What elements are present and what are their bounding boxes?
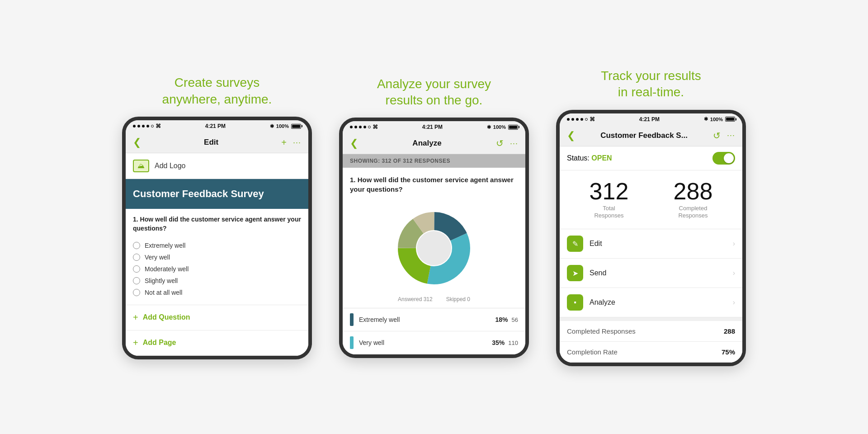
completion-rate-metric: Completion Rate 75% [560, 342, 742, 363]
analyze-action-row[interactable]: ▪ Analyze › [560, 288, 742, 317]
battery-3 [725, 117, 735, 122]
edit-status-bar: ⌘ 4:21 PM ✱ 100% [126, 120, 308, 132]
edit-battery-area: ✱ 100% [270, 123, 301, 129]
survey-title-banner: Customer Feedback Survey [126, 179, 308, 209]
battery-icon [291, 124, 301, 129]
radio-3 [133, 265, 140, 273]
add-page-label: Add Page [143, 339, 176, 347]
completed-responses-stat: 288 Completed Responses [674, 179, 713, 220]
response-pct-2: 35% [492, 339, 505, 346]
send-action-row[interactable]: ➤ Send › [560, 259, 742, 288]
wifi-icon-2: ⌘ [373, 124, 378, 130]
edit-back-button[interactable]: ❮ [133, 137, 141, 148]
ts3 [576, 118, 579, 121]
total-responses-label: Total Responses [590, 205, 629, 220]
edit-icon: ✎ [572, 240, 578, 248]
completion-rate-value: 75% [722, 348, 735, 356]
question-1-text: 1. How well did the customer service age… [133, 215, 301, 233]
chart-icon: ▪ [574, 298, 576, 307]
s5 [368, 126, 371, 128]
signal-area: ⌘ [133, 123, 161, 129]
completion-rate-label: Completion Rate [567, 348, 618, 356]
stats-row: 312 Total Responses 288 Completed Respon… [560, 170, 742, 230]
add-logo-label: Add Logo [155, 162, 186, 170]
analyze-nav-actions: ↺ ··· [496, 138, 518, 149]
option-4-label: Slightly well [145, 277, 178, 284]
edit-nav-actions: + ··· [281, 137, 301, 148]
option-1[interactable]: Extremely well [133, 240, 301, 251]
add-question-row[interactable]: + Add Question [126, 305, 308, 330]
completed-metric-label: Completed Responses [567, 327, 636, 335]
answered-text: Answered 312 [398, 296, 433, 302]
analyze-action-label: Analyze [590, 298, 733, 307]
ts2 [571, 118, 574, 121]
track-section: Track your results in real-time. ⌘ 4:21 … [556, 68, 746, 367]
response-count-1: 56 [512, 316, 518, 323]
add-question-label: Add Question [143, 313, 190, 321]
add-page-row[interactable]: + Add Page [126, 330, 308, 356]
wifi-icon: ⌘ [156, 123, 161, 129]
question-section: 1. How well did the customer service age… [126, 209, 308, 305]
battery-pct: 100% [276, 123, 289, 129]
track-refresh-button[interactable]: ↺ [713, 130, 721, 141]
analyze-signal: ⌘ [350, 124, 378, 130]
s2 [354, 126, 357, 128]
option-3-label: Moderately well [145, 265, 189, 273]
answered-row: Answered 312 Skipped 0 [343, 296, 525, 308]
color-bar-1 [350, 313, 354, 326]
option-5[interactable]: Not at all well [133, 287, 301, 298]
response-count-2: 110 [508, 340, 518, 346]
edit-heading: Create surveys anywhere, anytime. [162, 75, 272, 108]
option-3[interactable]: Moderately well [133, 263, 301, 275]
track-phone: ⌘ 4:21 PM ✱ 100% ❮ Customer Feedback S..… [556, 110, 746, 367]
send-action-icon: ➤ [567, 265, 583, 281]
signal-dot-4 [146, 125, 149, 127]
showing-bar: SHOWING: 312 of 312 Responses [343, 154, 525, 168]
add-button[interactable]: + [281, 137, 287, 148]
track-back-button[interactable]: ❮ [567, 130, 575, 142]
edit-section: Create surveys anywhere, anytime. ⌘ 4:21… [122, 75, 312, 359]
bluetooth-icon: ✱ [270, 123, 274, 129]
edit-time: 4:21 PM [205, 123, 226, 129]
status-value: OPEN [591, 154, 612, 162]
track-battery: ✱ 100% [704, 116, 735, 122]
completed-responses-number: 288 [674, 179, 713, 203]
radio-5 [133, 289, 140, 296]
option-4[interactable]: Slightly well [133, 275, 301, 287]
track-time: 4:21 PM [639, 116, 660, 123]
ts1 [567, 118, 570, 121]
response-row-1: Extremely well 18% 56 [343, 308, 525, 331]
refresh-button[interactable]: ↺ [496, 138, 504, 149]
total-responses-stat: 312 Total Responses [590, 179, 629, 220]
skipped-text: Skipped 0 [446, 296, 470, 302]
analyze-question-text: 1. How well did the customer service age… [343, 168, 525, 198]
radio-1 [133, 242, 140, 249]
track-more-button[interactable]: ··· [727, 131, 735, 140]
signal-dot-3 [142, 125, 145, 127]
signal-dot-2 [137, 125, 140, 127]
wifi-icon-3: ⌘ [590, 116, 595, 123]
track-nav-title: Customer Feedback S... [600, 131, 688, 140]
analyze-time: 4:21 PM [422, 124, 443, 130]
track-status-bar: ⌘ 4:21 PM ✱ 100% [560, 113, 742, 125]
track-nav-bar: ❮ Customer Feedback S... ↺ ··· [560, 125, 742, 146]
analyze-back-button[interactable]: ❮ [350, 137, 358, 149]
add-logo-row[interactable]: ⛰ Add Logo [126, 153, 308, 179]
status-toggle[interactable] [712, 152, 735, 165]
analyze-more-button[interactable]: ··· [510, 139, 518, 148]
completed-metric-value: 288 [724, 327, 735, 335]
more-button[interactable]: ··· [293, 138, 301, 147]
edit-phone: ⌘ 4:21 PM ✱ 100% ❮ Edit + ··· ⛰ Add Logo [122, 117, 312, 359]
option-2[interactable]: Very well [133, 251, 301, 263]
edit-chevron: › [733, 240, 735, 248]
edit-action-row[interactable]: ✎ Edit › [560, 229, 742, 259]
response-list: Extremely well 18% 56 Very well 35% 110 [343, 308, 525, 354]
analyze-action-icon: ▪ [567, 294, 583, 311]
signal-dot-1 [133, 125, 136, 127]
completed-responses-metric: Completed Responses 288 [560, 321, 742, 342]
metrics-list: Completed Responses 288 Completion Rate … [560, 317, 742, 363]
edit-nav-bar: ❮ Edit + ··· [126, 132, 308, 153]
signal-dot-5 [151, 125, 154, 127]
analyze-nav-bar: ❮ Analyze ↺ ··· [343, 133, 525, 154]
bt-2: ✱ [487, 124, 491, 130]
